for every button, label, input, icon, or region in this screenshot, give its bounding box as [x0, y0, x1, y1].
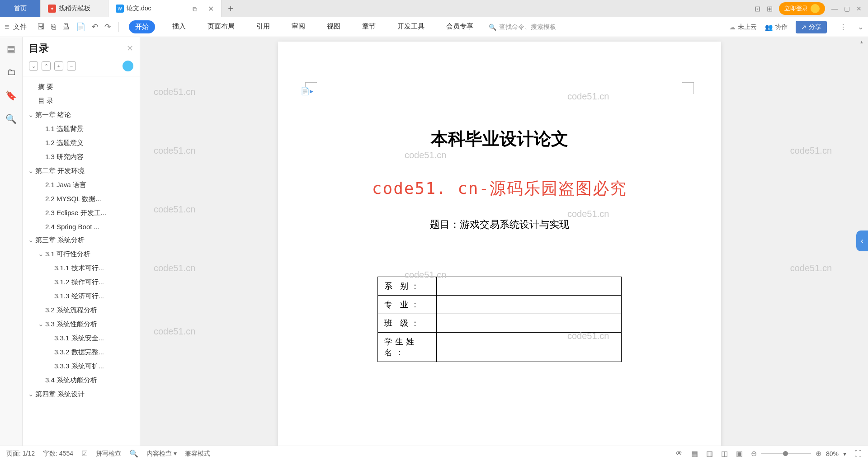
collab-button[interactable]: 👥 协作	[765, 23, 788, 31]
minimize-button[interactable]: —	[831, 5, 838, 12]
view-web-icon[interactable]: ▥	[706, 449, 713, 458]
side-panel-toggle[interactable]: ‹	[856, 230, 868, 251]
login-button[interactable]: 立即登录	[779, 2, 825, 15]
content-check-icon[interactable]: 🔍	[129, 449, 138, 458]
view-outline-icon[interactable]: ◫	[721, 449, 728, 458]
toc-collapse-icon[interactable]: ⌄	[29, 61, 38, 71]
form-row: 系 别：	[378, 277, 622, 296]
watermark: code51.cn	[154, 87, 195, 97]
toc-item[interactable]: 第四章 系统设计	[23, 387, 140, 401]
ribbon-tab-reference[interactable]: 引用	[252, 20, 274, 33]
scroll-up-icon[interactable]: ▴	[860, 39, 863, 45]
tab-home[interactable]: 首页	[0, 0, 41, 17]
left-sidebar: ▤ 🗀 🔖 🔍	[0, 37, 23, 446]
cloud-status[interactable]: ☁ 未上云	[729, 23, 757, 31]
toc-item[interactable]: 第一章 绪论	[23, 108, 140, 122]
toc-item[interactable]: 3.1.3 经济可行...	[23, 289, 140, 303]
toc-item[interactable]: 1.1 选题背景	[23, 122, 140, 136]
word-icon: W	[116, 5, 124, 13]
toc-item[interactable]: 3.3.1 系统安全...	[23, 331, 140, 345]
watermark: code51.cn	[154, 204, 195, 215]
bookmark-icon[interactable]: 🔖	[5, 90, 17, 101]
toc-item[interactable]: 1.2 选题意义	[23, 136, 140, 150]
toc-item[interactable]: 第二章 开发环境	[23, 164, 140, 178]
spellcheck-icon[interactable]: ☑	[81, 449, 88, 458]
document-area[interactable]: code51.cn code51.cn code51.cn code51.cn …	[140, 37, 859, 446]
toc-remove-icon[interactable]: −	[67, 61, 76, 71]
tab-add-button[interactable]: +	[222, 0, 240, 17]
fullscreen-icon[interactable]: ⛶	[854, 450, 862, 458]
collab-icon: 👥	[765, 24, 773, 31]
ribbon-tab-member[interactable]: 会员专享	[442, 20, 478, 33]
close-icon[interactable]: ✕	[208, 5, 214, 13]
zoom-in-icon[interactable]: ⊕	[816, 449, 821, 458]
hamburger-icon[interactable]: ≡	[5, 22, 9, 32]
word-count[interactable]: 字数: 4554	[43, 450, 73, 458]
zoom-dropdown-icon[interactable]: ▾	[843, 450, 846, 457]
zoom-slider[interactable]	[761, 453, 811, 454]
undo-icon[interactable]: ↶	[90, 22, 100, 32]
toc-item[interactable]: 目 录	[23, 94, 140, 108]
maximize-button[interactable]: ▢	[844, 5, 850, 12]
view-page-icon[interactable]: ▦	[691, 449, 698, 458]
outline-icon[interactable]: ▤	[7, 43, 15, 54]
export-icon[interactable]: ⎘	[49, 23, 58, 32]
toc-item[interactable]: 3.4 系统功能分析	[23, 373, 140, 387]
toc-add-icon[interactable]: +	[54, 61, 63, 71]
toc-item[interactable]: 3.3.2 数据完整...	[23, 345, 140, 359]
folder-icon[interactable]: 🗀	[7, 67, 16, 77]
ribbon-tab-insert[interactable]: 插入	[168, 20, 190, 33]
page-indicator[interactable]: 页面: 1/12	[6, 450, 35, 458]
share-button[interactable]: ↗ 分享	[796, 21, 827, 33]
watermark: code51.cn	[154, 326, 195, 337]
find-icon[interactable]: 🔍	[5, 113, 17, 124]
toc-item[interactable]: 3.1 可行性分析	[23, 247, 140, 261]
zoom-out-icon[interactable]: ⊖	[751, 449, 757, 458]
print-icon[interactable]: 🖶	[60, 23, 72, 32]
toc-item[interactable]: 3.1.1 技术可行...	[23, 261, 140, 275]
ribbon-tab-review[interactable]: 审阅	[287, 20, 310, 33]
toc-item[interactable]: 3.1.2 操作可行...	[23, 275, 140, 289]
toc-close-icon[interactable]: ✕	[127, 43, 133, 53]
redo-icon[interactable]: ↷	[102, 22, 113, 32]
window-close-button[interactable]: ✕	[856, 5, 862, 12]
ribbon-tab-start[interactable]: 开始	[129, 20, 155, 33]
layout-toggle-icon[interactable]: ⊡	[755, 5, 760, 13]
toc-expand-icon[interactable]: ⌃	[42, 61, 51, 71]
apps-icon[interactable]: ⊞	[767, 5, 773, 13]
zoom-value[interactable]: 80%	[826, 450, 839, 457]
ribbon-tab-chapter[interactable]: 章节	[358, 20, 380, 33]
eye-icon[interactable]: 👁	[676, 450, 683, 458]
command-search[interactable]: 🔍 查找命令、搜索模板	[489, 23, 556, 31]
toc-item[interactable]: 1.3 研究内容	[23, 150, 140, 164]
preview-icon[interactable]: 📄	[74, 22, 88, 32]
toc-user-avatar[interactable]	[123, 61, 133, 71]
duplicate-icon[interactable]: ⧉	[193, 5, 197, 13]
toc-item[interactable]: 第三章 系统分析	[23, 233, 140, 247]
zoom-control[interactable]: ⊖ ⊕ 80% ▾	[751, 449, 846, 458]
more-menu-icon[interactable]: ⋮	[840, 23, 847, 31]
ribbon-tab-layout[interactable]: 页面布局	[203, 20, 239, 33]
main-area: ▤ 🗀 🔖 🔍 目录 ✕ ⌄ ⌃ + − 摘 要目 录第一章 绪论1.1 选题背…	[0, 37, 868, 446]
spellcheck-label[interactable]: 拼写检查	[96, 450, 121, 458]
toc-item[interactable]: 2.2 MYSQL 数据...	[23, 192, 140, 206]
toc-item[interactable]: 3.3.3 系统可扩...	[23, 359, 140, 373]
tab-template[interactable]: ✦ 找稻壳模板	[41, 0, 108, 17]
toc-item[interactable]: 2.1 Java 语言	[23, 178, 140, 192]
ribbon-tab-dev[interactable]: 开发工具	[393, 20, 429, 33]
toc-item[interactable]: 2.4 Spring Boot ...	[23, 220, 140, 233]
view-read-icon[interactable]: ▣	[736, 449, 743, 458]
toc-item[interactable]: 3.2 系统流程分析	[23, 303, 140, 317]
page-marker-icon[interactable]: 📄▸	[301, 87, 313, 95]
divider	[118, 22, 119, 32]
tab-active-doc[interactable]: W 论文.doc ⧉ ✕	[108, 0, 222, 17]
toc-item[interactable]: 3.3 系统性能分析	[23, 317, 140, 331]
content-check-label[interactable]: 内容检查 ▾	[146, 450, 177, 458]
ribbon-tab-view[interactable]: 视图	[322, 20, 345, 33]
toc-item[interactable]: 摘 要	[23, 80, 140, 94]
save-icon[interactable]: 🖫	[35, 23, 47, 32]
toc-item[interactable]: 2.3 Eclipse 开发工...	[23, 206, 140, 220]
cloud-label: 未上云	[738, 23, 757, 31]
collapse-ribbon-icon[interactable]: ⌄	[858, 23, 863, 31]
file-menu[interactable]: 文件	[13, 23, 27, 31]
